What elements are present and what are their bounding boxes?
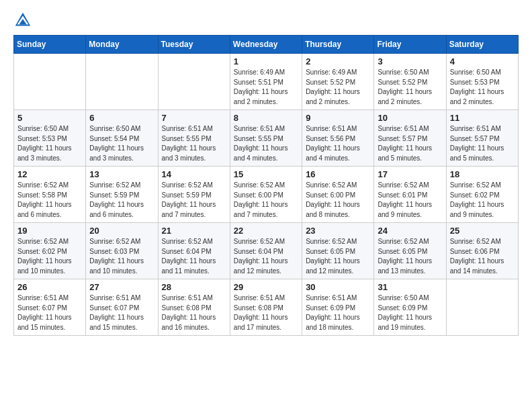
- day-info: Sunrise: 6:52 AM Sunset: 6:00 PM Dayligh…: [306, 181, 370, 220]
- day-info: Sunrise: 6:51 AM Sunset: 6:07 PM Dayligh…: [17, 293, 82, 332]
- logo: [13, 11, 35, 30]
- day-number: 30: [306, 282, 370, 292]
- calendar-cell: 7Sunrise: 6:51 AM Sunset: 5:55 PM Daylig…: [158, 110, 230, 167]
- day-number: 11: [450, 113, 515, 123]
- calendar-cell: 17Sunrise: 6:52 AM Sunset: 6:01 PM Dayli…: [374, 167, 446, 223]
- calendar-week-1: 1Sunrise: 6:49 AM Sunset: 5:51 PM Daylig…: [14, 54, 519, 110]
- calendar-cell: 3Sunrise: 6:50 AM Sunset: 5:52 PM Daylig…: [374, 54, 446, 110]
- calendar-cell: 23Sunrise: 6:52 AM Sunset: 6:05 PM Dayli…: [302, 223, 374, 279]
- day-number: 25: [450, 226, 515, 236]
- day-number: 1: [234, 56, 298, 66]
- calendar-week-4: 19Sunrise: 6:52 AM Sunset: 6:02 PM Dayli…: [14, 223, 519, 279]
- day-number: 28: [162, 282, 226, 292]
- calendar-cell: [86, 54, 158, 110]
- calendar-cell: 9Sunrise: 6:51 AM Sunset: 5:56 PM Daylig…: [302, 110, 374, 167]
- weekday-header-row: SundayMondayTuesdayWednesdayThursdayFrid…: [14, 36, 519, 54]
- day-info: Sunrise: 6:52 AM Sunset: 6:00 PM Dayligh…: [234, 181, 298, 220]
- calendar-cell: 13Sunrise: 6:52 AM Sunset: 5:59 PM Dayli…: [86, 167, 158, 223]
- day-number: 3: [378, 56, 442, 66]
- weekday-header-saturday: Saturday: [446, 36, 518, 54]
- calendar-cell: 30Sunrise: 6:51 AM Sunset: 6:09 PM Dayli…: [302, 279, 374, 336]
- day-info: Sunrise: 6:51 AM Sunset: 5:57 PM Dayligh…: [378, 124, 442, 163]
- day-info: Sunrise: 6:52 AM Sunset: 5:59 PM Dayligh…: [162, 181, 226, 220]
- day-info: Sunrise: 6:49 AM Sunset: 5:52 PM Dayligh…: [306, 68, 370, 107]
- calendar-cell: 2Sunrise: 6:49 AM Sunset: 5:52 PM Daylig…: [302, 54, 374, 110]
- day-number: 8: [234, 113, 298, 123]
- calendar-cell: 21Sunrise: 6:52 AM Sunset: 6:04 PM Dayli…: [158, 223, 230, 279]
- calendar-cell: 27Sunrise: 6:51 AM Sunset: 6:07 PM Dayli…: [86, 279, 158, 336]
- calendar: SundayMondayTuesdayWednesdayThursdayFrid…: [13, 35, 519, 336]
- day-number: 4: [450, 56, 515, 66]
- day-info: Sunrise: 6:52 AM Sunset: 5:59 PM Dayligh…: [89, 181, 154, 220]
- day-info: Sunrise: 6:52 AM Sunset: 6:06 PM Dayligh…: [450, 237, 515, 276]
- day-number: 22: [234, 226, 298, 236]
- day-info: Sunrise: 6:52 AM Sunset: 5:58 PM Dayligh…: [17, 181, 82, 220]
- calendar-cell: 22Sunrise: 6:52 AM Sunset: 6:04 PM Dayli…: [230, 223, 302, 279]
- day-number: 19: [17, 226, 82, 236]
- calendar-cell: 4Sunrise: 6:50 AM Sunset: 5:53 PM Daylig…: [446, 54, 518, 110]
- calendar-cell: 12Sunrise: 6:52 AM Sunset: 5:58 PM Dayli…: [14, 167, 86, 223]
- day-info: Sunrise: 6:49 AM Sunset: 5:51 PM Dayligh…: [234, 68, 298, 107]
- day-number: 9: [306, 113, 370, 123]
- day-number: 2: [306, 56, 370, 66]
- calendar-cell: 18Sunrise: 6:52 AM Sunset: 6:02 PM Dayli…: [446, 167, 518, 223]
- day-info: Sunrise: 6:51 AM Sunset: 5:55 PM Dayligh…: [234, 124, 298, 163]
- day-number: 10: [378, 113, 442, 123]
- logo-icon: [13, 11, 32, 30]
- weekday-header-tuesday: Tuesday: [158, 36, 230, 54]
- day-info: Sunrise: 6:52 AM Sunset: 6:05 PM Dayligh…: [378, 237, 442, 276]
- day-number: 24: [378, 226, 442, 236]
- calendar-cell: 14Sunrise: 6:52 AM Sunset: 5:59 PM Dayli…: [158, 167, 230, 223]
- day-number: 26: [17, 282, 82, 292]
- calendar-cell: 26Sunrise: 6:51 AM Sunset: 6:07 PM Dayli…: [14, 279, 86, 336]
- header: [13, 11, 519, 30]
- calendar-cell: [14, 54, 86, 110]
- day-info: Sunrise: 6:50 AM Sunset: 5:53 PM Dayligh…: [17, 124, 82, 163]
- day-number: 20: [89, 226, 154, 236]
- day-number: 21: [162, 226, 226, 236]
- day-number: 29: [234, 282, 298, 292]
- weekday-header-sunday: Sunday: [14, 36, 86, 54]
- day-info: Sunrise: 6:52 AM Sunset: 6:04 PM Dayligh…: [234, 237, 298, 276]
- day-number: 5: [17, 113, 82, 123]
- day-info: Sunrise: 6:51 AM Sunset: 6:07 PM Dayligh…: [89, 293, 154, 332]
- day-number: 6: [89, 113, 154, 123]
- day-number: 16: [306, 169, 370, 179]
- day-number: 12: [17, 169, 82, 179]
- day-info: Sunrise: 6:51 AM Sunset: 5:57 PM Dayligh…: [450, 124, 515, 163]
- day-number: 7: [162, 113, 226, 123]
- calendar-cell: 19Sunrise: 6:52 AM Sunset: 6:02 PM Dayli…: [14, 223, 86, 279]
- calendar-cell: 20Sunrise: 6:52 AM Sunset: 6:03 PM Dayli…: [86, 223, 158, 279]
- day-number: 17: [378, 169, 442, 179]
- day-info: Sunrise: 6:51 AM Sunset: 6:08 PM Dayligh…: [234, 293, 298, 332]
- day-number: 13: [89, 169, 154, 179]
- calendar-cell: 25Sunrise: 6:52 AM Sunset: 6:06 PM Dayli…: [446, 223, 518, 279]
- day-info: Sunrise: 6:52 AM Sunset: 6:02 PM Dayligh…: [17, 237, 82, 276]
- calendar-cell: 15Sunrise: 6:52 AM Sunset: 6:00 PM Dayli…: [230, 167, 302, 223]
- calendar-header: SundayMondayTuesdayWednesdayThursdayFrid…: [14, 36, 519, 54]
- calendar-body: 1Sunrise: 6:49 AM Sunset: 5:51 PM Daylig…: [14, 54, 519, 336]
- calendar-cell: 6Sunrise: 6:50 AM Sunset: 5:54 PM Daylig…: [86, 110, 158, 167]
- day-info: Sunrise: 6:51 AM Sunset: 6:09 PM Dayligh…: [306, 293, 370, 332]
- calendar-week-3: 12Sunrise: 6:52 AM Sunset: 5:58 PM Dayli…: [14, 167, 519, 223]
- weekday-header-wednesday: Wednesday: [230, 36, 302, 54]
- calendar-cell: 11Sunrise: 6:51 AM Sunset: 5:57 PM Dayli…: [446, 110, 518, 167]
- calendar-cell: 28Sunrise: 6:51 AM Sunset: 6:08 PM Dayli…: [158, 279, 230, 336]
- calendar-week-2: 5Sunrise: 6:50 AM Sunset: 5:53 PM Daylig…: [14, 110, 519, 167]
- calendar-cell: 1Sunrise: 6:49 AM Sunset: 5:51 PM Daylig…: [230, 54, 302, 110]
- calendar-cell: 16Sunrise: 6:52 AM Sunset: 6:00 PM Dayli…: [302, 167, 374, 223]
- day-info: Sunrise: 6:51 AM Sunset: 5:56 PM Dayligh…: [306, 124, 370, 163]
- day-number: 31: [378, 282, 442, 292]
- day-info: Sunrise: 6:52 AM Sunset: 6:04 PM Dayligh…: [162, 237, 226, 276]
- day-info: Sunrise: 6:52 AM Sunset: 6:03 PM Dayligh…: [89, 237, 154, 276]
- day-number: 18: [450, 169, 515, 179]
- day-number: 14: [162, 169, 226, 179]
- day-info: Sunrise: 6:51 AM Sunset: 6:08 PM Dayligh…: [162, 293, 226, 332]
- day-info: Sunrise: 6:52 AM Sunset: 6:01 PM Dayligh…: [378, 181, 442, 220]
- weekday-header-monday: Monday: [86, 36, 158, 54]
- day-number: 23: [306, 226, 370, 236]
- day-number: 27: [89, 282, 154, 292]
- calendar-cell: 29Sunrise: 6:51 AM Sunset: 6:08 PM Dayli…: [230, 279, 302, 336]
- day-info: Sunrise: 6:51 AM Sunset: 5:55 PM Dayligh…: [162, 124, 226, 163]
- day-info: Sunrise: 6:52 AM Sunset: 6:05 PM Dayligh…: [306, 237, 370, 276]
